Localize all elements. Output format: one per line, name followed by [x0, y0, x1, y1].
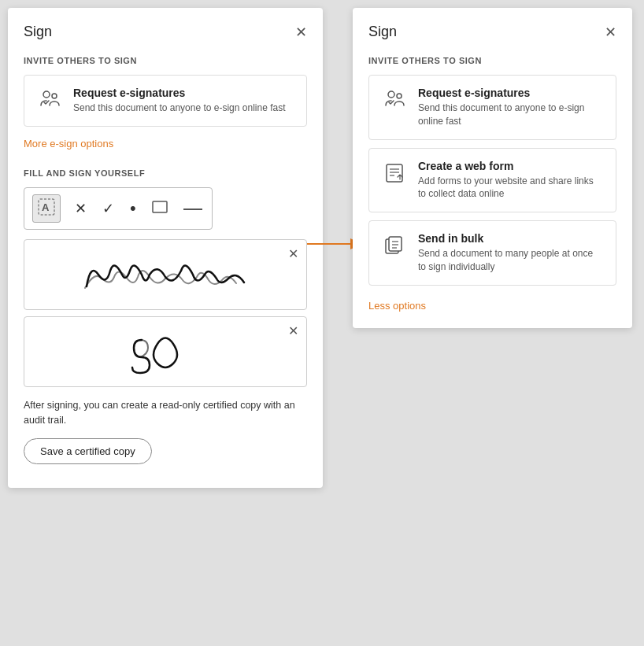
fill-toolbar: A ✕ ✓ •	[24, 187, 213, 230]
web-form-icon	[382, 160, 407, 185]
right-web-form-text: Create a web form Add forms to your webs…	[418, 160, 603, 201]
right-request-esig-icon	[382, 87, 407, 112]
dot-tool-button[interactable]: •	[128, 197, 138, 220]
signature-box-1[interactable]: ✕	[24, 239, 307, 310]
left-request-esig-desc: Send this document to anyone to e-sign o…	[73, 102, 286, 115]
left-request-esig-card[interactable]: Request e-signatures Send this document …	[24, 75, 307, 127]
right-send-bulk-title: Send in bulk	[418, 232, 603, 245]
right-panel-close-button[interactable]: ✕	[605, 25, 616, 39]
send-bulk-icon	[382, 232, 407, 257]
svg-point-8	[388, 91, 394, 98]
right-web-form-desc: Add forms to your website and share link…	[418, 175, 603, 201]
right-web-form-title: Create a web form	[418, 160, 603, 172]
certified-note: After signing, you can create a read-onl…	[24, 398, 307, 428]
text-tool-button[interactable]: A	[32, 194, 61, 223]
right-request-esig-desc: Send this document to anyone to e-sign o…	[418, 102, 603, 128]
signature-box-2[interactable]: ✕	[24, 316, 307, 387]
svg-rect-15	[389, 237, 402, 251]
right-request-esig-title: Request e-signatures	[418, 87, 603, 99]
signature-2-close-button[interactable]: ✕	[288, 323, 298, 338]
right-send-bulk-text: Send in bulk Send a document to many peo…	[418, 232, 603, 274]
left-invite-section-label: INVITE OTHERS TO SIGN	[24, 56, 307, 65]
right-send-bulk-desc: Send a document to many people at once t…	[418, 247, 603, 274]
right-request-esig-text: Request e-signatures Send this document …	[418, 87, 603, 128]
signature-1-svg	[71, 247, 260, 302]
scene: Sign ✕ INVITE OTHERS TO SIGN Request e-s…	[0, 0, 644, 646]
less-options-link[interactable]: Less options	[368, 300, 426, 312]
request-esig-icon	[37, 87, 62, 112]
left-panel-header: Sign ✕	[24, 24, 307, 40]
save-certified-copy-button[interactable]: Save a certified copy	[24, 438, 152, 464]
right-send-bulk-card[interactable]: Send in bulk Send a document to many peo…	[368, 220, 616, 286]
rect-tool-button[interactable]	[150, 199, 169, 218]
right-panel-header: Sign ✕	[368, 24, 616, 40]
svg-point-1	[52, 94, 57, 98]
signature-1-close-button[interactable]: ✕	[288, 246, 298, 261]
left-request-esig-text: Request e-signatures Send this document …	[73, 87, 286, 115]
more-esign-link[interactable]: More e-sign options	[24, 138, 113, 150]
fill-section-label: FILL AND SIGN YOURSELF	[24, 168, 307, 178]
svg-text:A: A	[42, 201, 50, 213]
line-tool-button[interactable]	[182, 200, 204, 217]
right-panel: Sign ✕ INVITE OTHERS TO SIGN Request e-s…	[353, 8, 632, 328]
svg-rect-6	[153, 201, 167, 212]
left-panel-close-button[interactable]: ✕	[295, 25, 307, 39]
left-request-esig-title: Request e-signatures	[73, 87, 286, 99]
check-tool-button[interactable]: ✓	[101, 198, 116, 219]
fill-sign-section: FILL AND SIGN YOURSELF A ✕ ✓ •	[24, 168, 307, 465]
signature-2-svg	[118, 324, 213, 379]
cross-tool-button[interactable]: ✕	[73, 198, 88, 219]
right-request-esig-card[interactable]: Request e-signatures Send this document …	[368, 75, 616, 140]
left-panel-title: Sign	[24, 24, 52, 40]
svg-point-9	[397, 94, 402, 98]
right-web-form-card[interactable]: Create a web form Add forms to your webs…	[368, 148, 616, 213]
left-panel: Sign ✕ INVITE OTHERS TO SIGN Request e-s…	[8, 8, 323, 488]
right-invite-section-label: INVITE OTHERS TO SIGN	[368, 56, 616, 65]
svg-point-0	[43, 91, 50, 98]
right-panel-title: Sign	[368, 24, 397, 40]
